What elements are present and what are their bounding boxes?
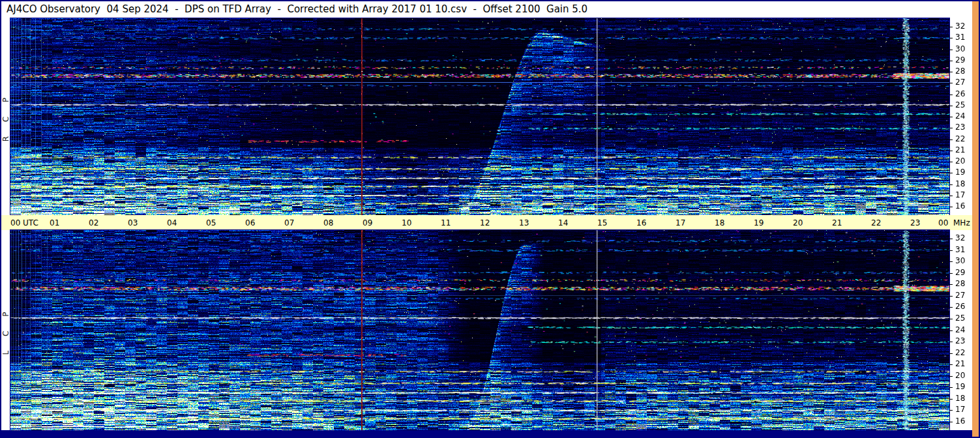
freq-tick-mark [949,250,953,251]
time-label: 07 [284,218,294,227]
freq-tick-mark [949,307,953,308]
freq-tick-mark [949,261,953,262]
freq-tick-mark [949,139,953,140]
time-label: 03 [128,218,138,227]
title-bar: AJ4CO Observatory 04 Sep 2024 - DPS on T… [1,1,972,18]
time-label: 21 [832,218,842,227]
bottom-border [1,430,972,437]
time-label: 14 [558,218,568,227]
freq-tick-mark [949,83,953,83]
time-label: 12 [480,218,490,227]
freq-tick-mark [949,117,953,117]
freq-tick-label: 25 [955,314,965,323]
freq-tick-label: 21 [955,359,965,368]
freq-tick-label: 30 [955,256,965,265]
freq-tick-label: 31 [955,33,965,42]
rcp-spectrogram-canvas [10,18,949,215]
freq-tick-mark [949,422,953,422]
freq-tick-label: 32 [955,22,965,31]
freq-tick-mark [949,387,953,388]
time-label: 19 [754,218,764,227]
freq-tick-mark [949,128,953,128]
freq-tick-mark [949,410,953,411]
time-label: 17 [676,218,685,227]
time-label: 08 [323,218,333,227]
freq-tick-label: 16 [955,201,965,211]
freq-tick-label: 19 [955,168,965,177]
freq-tick-label: 31 [955,245,965,254]
freq-tick-label: 26 [955,302,965,311]
freq-tick-label: 23 [955,336,965,345]
time-label: 01 [50,218,59,227]
freq-tick-mark [949,72,953,72]
time-label: 05 [206,218,216,227]
time-label: 06 [245,218,255,227]
freq-tick-label: 27 [955,291,965,300]
freq-tick-mark [949,342,953,342]
freq-tick-mark [949,196,953,196]
time-label: 15 [597,218,607,227]
time-label: 04 [167,218,177,227]
freq-tick-label: 29 [955,268,965,277]
freq-tick-mark [949,162,953,162]
freq-tick-label: 17 [955,190,965,199]
freq-tick-label: 17 [955,405,965,414]
freq-tick-mark [949,330,953,331]
time-label-00utc: 00 UTC [10,218,38,227]
time-label: 02 [89,218,98,227]
time-label: 23 [910,218,920,227]
time-label: 16 [636,218,646,227]
time-label: 10 [402,218,411,227]
freq-tick-label: 29 [955,55,965,65]
freq-tick-mark [949,319,953,319]
frequency-scale: 3231302928272625242322212019181716323130… [949,1,972,437]
time-label: 09 [363,218,372,227]
freq-tick-label: 26 [955,89,965,98]
freq-tick-mark [949,239,953,239]
time-label: 11 [441,218,451,227]
freq-tick-mark [949,151,953,151]
freq-tick-label: 18 [955,394,965,403]
rcp-panel-label-text: R C P [1,92,10,142]
freq-tick-label: 22 [955,348,965,357]
freq-tick-mark [949,38,953,38]
freq-tick-label: 23 [955,123,965,132]
freq-tick-mark [949,364,953,365]
freq-tick-label: 20 [955,371,965,380]
freq-tick-label: 18 [955,179,965,188]
freq-tick-mark [949,284,953,285]
lcp-panel-label-text: L C P [1,306,10,355]
freq-tick-mark [949,95,953,95]
freq-tick-mark [949,353,953,354]
freq-tick-label: 19 [955,382,965,391]
freq-tick-label: 27 [955,78,965,87]
freq-tick-mark [949,61,953,61]
time-axis: 00 UTC0102030405060708091011121314151617… [1,215,972,230]
freq-tick-label: 28 [955,66,965,76]
freq-tick-mark [949,376,953,377]
freq-tick-label: 28 [955,279,965,288]
freq-tick-mark [949,173,953,173]
time-label: 13 [519,218,529,227]
dps-spectrogram-page: AJ4CO Observatory 04 Sep 2024 - DPS on T… [0,0,980,438]
freq-tick-label: 24 [955,111,965,121]
freq-tick-mark [949,207,953,207]
freq-tick-mark [949,106,953,106]
freq-tick-label: 30 [955,44,965,53]
freq-tick-label: 16 [955,416,965,426]
freq-tick-label: 25 [955,100,965,110]
time-label: 22 [871,218,881,227]
page-title: AJ4CO Observatory 04 Sep 2024 - DPS on T… [7,3,587,15]
freq-tick-mark [949,50,953,50]
freq-tick-label: 24 [955,325,965,334]
freq-tick-label: 32 [955,233,965,242]
time-label: 18 [715,218,724,227]
freq-tick-mark [949,399,953,400]
rcp-panel-label: R C P [1,18,10,215]
freq-tick-mark [949,296,953,297]
freq-tick-label: 21 [955,145,965,154]
right-edge-strip [972,1,979,437]
lcp-panel-label: L C P [1,230,10,430]
time-label: 20 [793,218,803,227]
freq-tick-mark [949,184,953,185]
